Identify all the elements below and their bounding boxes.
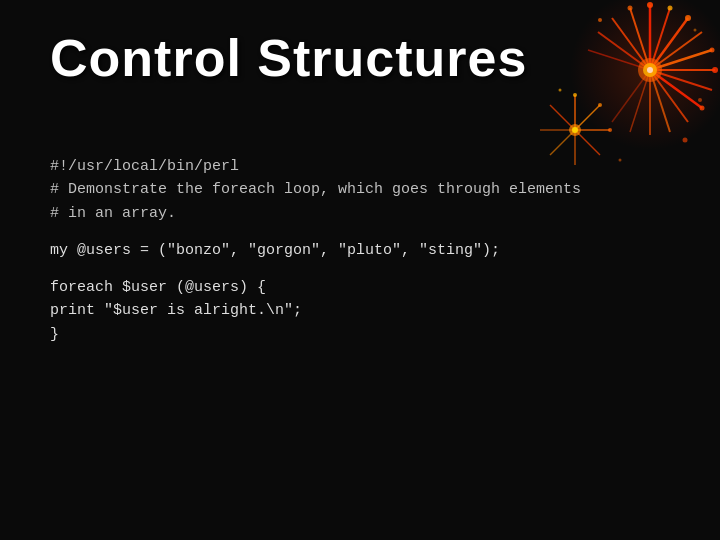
svg-point-45 [698, 98, 702, 102]
code-line-5: foreach $user (@users) { [50, 276, 690, 299]
svg-point-39 [572, 127, 578, 133]
code-line-7: } [50, 323, 690, 346]
svg-line-8 [650, 70, 688, 122]
svg-point-46 [570, 0, 720, 150]
svg-line-15 [598, 32, 650, 70]
svg-point-22 [668, 6, 673, 11]
svg-point-43 [694, 29, 697, 32]
slide: Control Structures #!/usr/local/bin/perl… [0, 0, 720, 540]
svg-line-6 [650, 70, 712, 90]
svg-line-16 [588, 50, 650, 70]
svg-point-25 [643, 63, 657, 77]
code-blank-2 [50, 262, 690, 276]
svg-point-19 [710, 48, 715, 53]
svg-line-12 [612, 70, 650, 122]
svg-line-14 [612, 18, 650, 70]
svg-point-36 [598, 103, 602, 107]
svg-point-17 [647, 2, 653, 8]
svg-line-32 [550, 130, 575, 155]
svg-line-7 [650, 70, 702, 108]
svg-line-9 [650, 70, 670, 132]
code-block: #!/usr/local/bin/perl # Demonstrate the … [50, 155, 690, 346]
svg-point-23 [628, 6, 633, 11]
svg-point-41 [683, 138, 688, 143]
svg-point-38 [569, 124, 581, 136]
code-blank-1 [50, 225, 690, 239]
svg-line-34 [550, 105, 575, 130]
slide-title: Control Structures [50, 28, 527, 88]
svg-point-21 [700, 106, 705, 111]
svg-line-1 [650, 8, 670, 70]
svg-point-40 [598, 18, 602, 22]
svg-line-28 [575, 105, 600, 130]
svg-point-37 [608, 128, 612, 132]
svg-line-2 [650, 18, 688, 70]
svg-line-11 [630, 70, 650, 132]
svg-line-3 [650, 32, 702, 70]
code-line-6: print "$user is alright.\n"; [50, 299, 690, 322]
svg-line-13 [630, 8, 650, 70]
svg-point-24 [638, 58, 662, 82]
code-line-2: # Demonstrate the foreach loop, which go… [50, 178, 690, 201]
svg-line-30 [575, 130, 600, 155]
svg-point-20 [712, 67, 718, 73]
code-line-4: my @users = ("bonzo", "gorgon", "pluto",… [50, 239, 690, 262]
svg-point-26 [647, 67, 653, 73]
svg-line-4 [650, 50, 712, 70]
code-line-3: # in an array. [50, 202, 690, 225]
code-line-1: #!/usr/local/bin/perl [50, 155, 690, 178]
svg-point-18 [685, 15, 691, 21]
svg-point-42 [559, 89, 562, 92]
svg-point-35 [573, 93, 577, 97]
